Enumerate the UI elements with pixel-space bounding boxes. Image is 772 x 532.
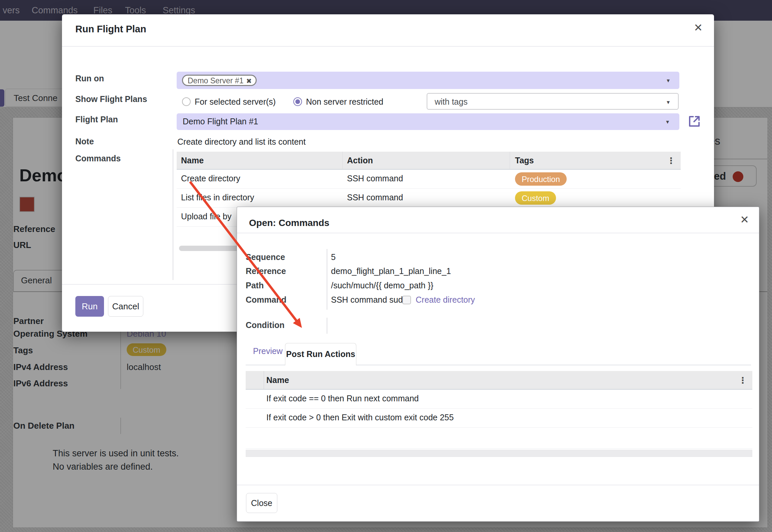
close-button[interactable]: Close xyxy=(246,493,277,513)
col-action[interactable]: Action xyxy=(347,156,373,165)
tag-badge: Custom xyxy=(515,191,556,205)
remove-tag-icon[interactable]: ✖ xyxy=(246,77,252,85)
col-name[interactable]: Name xyxy=(181,156,204,165)
table-row[interactable]: If exit code == 0 then Run next command xyxy=(246,390,752,409)
run-on-label: Run on xyxy=(75,74,104,83)
modal-title: Open: Commands xyxy=(249,218,329,228)
chevron-down-icon: ▼ xyxy=(666,99,671,105)
row-name: List files in directory xyxy=(181,193,254,202)
close-icon[interactable]: ✕ xyxy=(740,214,749,225)
radio-selected-servers[interactable] xyxy=(182,97,191,106)
commands-label: Commands xyxy=(75,154,121,163)
reference-label: Reference xyxy=(246,266,286,276)
show-flight-plans-label: Show Flight Plans xyxy=(75,94,147,104)
table-row[interactable]: If exit code > 0 then Exit with custom e… xyxy=(246,409,752,428)
tag-badge: Production xyxy=(515,172,567,186)
flight-plan-value: Demo Flight Plan #1 xyxy=(183,117,258,126)
optional-columns-icon[interactable]: ⋮ xyxy=(738,375,747,386)
modal-title: Run Flight Plan xyxy=(75,24,146,35)
chevron-down-icon: ▼ xyxy=(666,78,671,83)
radio-non-server-restricted[interactable] xyxy=(293,97,302,106)
header-divider xyxy=(237,233,759,233)
create-directory-link[interactable]: Create directory xyxy=(416,295,475,305)
screen: vers Commands Files Tools Settings Test … xyxy=(0,0,772,532)
server-tag-label: Demo Server #1 xyxy=(188,76,243,85)
server-tag[interactable]: Demo Server #1✖ xyxy=(182,75,257,86)
cancel-button[interactable]: Cancel xyxy=(108,296,143,317)
table-footer-strip xyxy=(246,450,752,457)
sequence-label: Sequence xyxy=(246,252,285,262)
with-tags-value: with tags xyxy=(435,97,468,107)
label-separator xyxy=(327,318,327,334)
optional-columns-icon[interactable]: ⋮ xyxy=(667,156,675,166)
sequence-value: 5 xyxy=(331,252,336,262)
close-icon[interactable]: ✕ xyxy=(694,22,703,33)
col-name[interactable]: Name xyxy=(266,375,289,385)
col-tags[interactable]: Tags xyxy=(515,156,534,165)
path-value: /such/much/{{ demo_path }} xyxy=(331,281,433,290)
with-tags-select[interactable]: with tags ▼ xyxy=(427,93,679,110)
note-label: Note xyxy=(75,137,94,146)
command-value: SSH command sudo xyxy=(331,295,407,305)
footer-divider xyxy=(237,485,759,485)
row-name: Upload file by xyxy=(181,212,231,221)
row-name: If exit code > 0 then Exit with custom e… xyxy=(266,413,454,422)
condition-label: Condition xyxy=(246,320,285,330)
command-label: Command xyxy=(246,295,286,305)
radio-selected-servers-label[interactable]: For selected server(s) xyxy=(195,97,276,107)
table-row[interactable]: List files in directory SSH command Cust… xyxy=(177,189,681,208)
row-name: Create directory xyxy=(181,174,240,183)
post-run-table-header: Name ⋮ xyxy=(246,371,752,390)
commands-table-header: Name Action Tags ⋮ xyxy=(177,152,681,170)
open-commands-modal: Open: Commands ✕ Sequence 5 Reference de… xyxy=(237,207,759,522)
row-name: If exit code == 0 then Run next command xyxy=(266,394,419,403)
run-on-select[interactable]: Demo Server #1✖ ▼ xyxy=(177,72,679,89)
path-label: Path xyxy=(246,281,264,290)
tab-preview[interactable]: Preview xyxy=(253,346,283,356)
table-row[interactable]: Create directory SSH command Production xyxy=(177,170,681,189)
label-separator xyxy=(173,149,173,280)
flight-plan-select[interactable]: Demo Flight Plan #1 ▼ xyxy=(177,113,679,130)
radio-non-server-restricted-label[interactable]: Non server restricted xyxy=(306,97,383,107)
table-row-empty xyxy=(246,428,752,449)
tab-post-run-actions[interactable]: Post Run Actions xyxy=(285,343,356,365)
header-divider xyxy=(62,46,714,47)
label-separator xyxy=(327,249,327,310)
reference-value: demo_flight_plan_1_plan_line_1 xyxy=(331,266,451,276)
flight-plan-label: Flight Plan xyxy=(75,115,118,124)
run-button[interactable]: Run xyxy=(75,296,104,317)
row-action: SSH command xyxy=(347,193,403,202)
plan-description: Create directory and list its content xyxy=(177,137,306,147)
row-action: SSH command xyxy=(347,174,403,183)
chevron-down-icon: ▼ xyxy=(665,119,670,125)
external-link-icon[interactable] xyxy=(687,114,701,128)
command-checkbox[interactable] xyxy=(402,296,411,304)
